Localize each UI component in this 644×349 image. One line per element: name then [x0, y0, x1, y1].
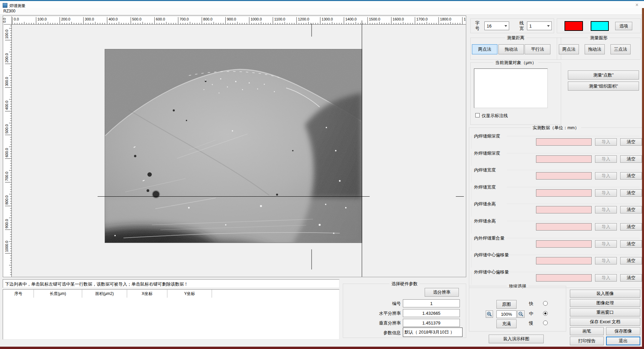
- circle-three-point-button[interactable]: 三点法: [610, 44, 631, 54]
- measured-value-input[interactable]: [536, 240, 592, 248]
- clear-button[interactable]: 清空: [620, 240, 642, 248]
- measurement-canvas[interactable]: 0.0 0.0100.0200.0300.0400.0500.0600.0700…: [3, 15, 466, 277]
- measured-value-input[interactable]: [536, 223, 592, 231]
- import-button[interactable]: 导入: [595, 155, 617, 163]
- measured-value-input[interactable]: [536, 189, 592, 197]
- hw-label-hres: 水平分辨率: [343, 310, 401, 316]
- hardware-group-title: 选择硬件参数: [389, 281, 420, 287]
- line-width-label: 线宽: [519, 20, 524, 31]
- measured-value-input[interactable]: [536, 274, 592, 282]
- import-button[interactable]: 导入: [595, 138, 617, 146]
- measured-row-label: 外焊缝余高: [474, 218, 496, 224]
- pen-button[interactable]: 画笔: [570, 327, 604, 335]
- clear-button[interactable]: 清空: [620, 223, 642, 231]
- measured-data-title: 实测数据（单位：mm）: [531, 125, 581, 131]
- measured-value-input[interactable]: [536, 257, 592, 264]
- import-button[interactable]: 导入: [595, 240, 617, 248]
- clear-button[interactable]: 清空: [620, 138, 642, 146]
- measured-row: 外焊缝中心偏移量导入清空: [469, 269, 642, 286]
- column-header-4[interactable]: Y坐标: [167, 290, 212, 298]
- save-image-button[interactable]: 保存图像: [606, 327, 640, 335]
- measured-value-input[interactable]: [536, 155, 592, 163]
- clear-button[interactable]: 清空: [620, 172, 642, 180]
- hw-label-vres: 垂直分辨率: [343, 320, 401, 326]
- zoom-in-button[interactable]: [486, 310, 493, 318]
- speed-radio[interactable]: [543, 301, 548, 306]
- hardware-group: 选择硬件参数 选分辨率 编号 1 水平分辨率 1.432665 垂直分辨率 1.…: [343, 284, 466, 338]
- measure-circle-title: 测量圆形: [588, 35, 609, 41]
- measure-distance-group: 测量距离 两点法 拖动法 平行法: [470, 38, 561, 60]
- column-header-2[interactable]: 面积(μm2): [82, 290, 127, 298]
- import-button[interactable]: 导入: [595, 172, 617, 180]
- measure-area-button[interactable]: 测量“组织面积”: [568, 82, 639, 91]
- original-size-button[interactable]: 原图: [496, 300, 517, 309]
- ruler-label: 700.0: [5, 172, 9, 181]
- measured-row-label: 内焊缝余高: [474, 201, 496, 207]
- hw-field-vres[interactable]: 1.451379: [403, 319, 460, 327]
- import-button[interactable]: 导入: [595, 274, 617, 282]
- hint-box: 下边列表中，单击鼠标左键可选中某一行数据，该数据可被导入；单击鼠标右键可删除该数…: [3, 279, 339, 288]
- measured-value-input[interactable]: [536, 172, 592, 180]
- app-icon: [3, 3, 7, 8]
- measure-distance-title: 测量距离: [505, 35, 527, 41]
- ruler-label: 800.0: [5, 195, 9, 205]
- current-object-group: 当前测量对象（μm） 仅显示标注线: [470, 62, 561, 125]
- options-button[interactable]: 选项: [615, 22, 632, 30]
- speed-radio[interactable]: [543, 311, 548, 316]
- load-image-button[interactable]: 装入图像: [570, 290, 640, 298]
- clear-button[interactable]: 清空: [620, 206, 642, 213]
- print-report-button[interactable]: 打印报告: [570, 337, 604, 345]
- close-icon[interactable]: ×: [633, 2, 641, 8]
- circle-drag-button[interactable]: 拖动法: [585, 44, 605, 54]
- zoom-percent-field[interactable]: 100%: [496, 310, 517, 318]
- clear-button[interactable]: 清空: [620, 257, 642, 264]
- zoom-out-button[interactable]: [517, 310, 525, 318]
- process-image-button[interactable]: 图像处理: [570, 299, 640, 307]
- column-header-3[interactable]: X坐标: [127, 290, 167, 298]
- import-button[interactable]: 导入: [595, 189, 617, 197]
- font-size-select[interactable]: 16: [484, 21, 509, 30]
- measured-value-input[interactable]: [536, 206, 592, 213]
- weld-image-graphic: [105, 49, 362, 243]
- redraw-window-button[interactable]: 重画窗口: [570, 308, 640, 316]
- circle-two-point-button[interactable]: 两点法: [559, 44, 579, 54]
- fit-button[interactable]: 充满: [496, 319, 517, 328]
- speed-radio[interactable]: [543, 320, 548, 325]
- save-excel-button[interactable]: 保存 Excel 文档: [570, 318, 640, 326]
- exit-button[interactable]: 退出: [606, 337, 640, 345]
- clear-button[interactable]: 清空: [620, 155, 642, 163]
- measured-row-label: 内外焊缝重合量: [474, 235, 504, 241]
- distance-drag-button[interactable]: 拖动法: [498, 44, 524, 54]
- import-button[interactable]: 导入: [595, 223, 617, 231]
- column-header-0[interactable]: 序号: [3, 290, 34, 298]
- hw-field-id[interactable]: 1: [403, 299, 460, 307]
- import-button[interactable]: 导入: [595, 257, 617, 264]
- weld-measure-window: 焊缝测量 × RZ300 0.0 0.0100.0200.0300.0400.0…: [0, 0, 644, 349]
- secondary-color-swatch[interactable]: [591, 21, 609, 31]
- ruler-label: 1900.0: [464, 17, 466, 21]
- ruler-label: 900.0: [227, 17, 236, 21]
- show-annotation-checkbox[interactable]: [475, 113, 480, 117]
- primary-color-swatch[interactable]: [565, 21, 583, 31]
- measure-points-button[interactable]: 测量“点数”: [568, 70, 639, 80]
- hw-field-info[interactable]: 默认（ 2018年3月10日 ）: [403, 328, 463, 337]
- hw-field-hres[interactable]: 1.432665: [403, 309, 460, 317]
- results-table[interactable]: 序号长度(μm)面积(μm2)X坐标Y坐标: [3, 289, 339, 340]
- weld-image[interactable]: [105, 49, 362, 243]
- hw-label-info: 参数信息: [343, 330, 401, 336]
- current-object-listbox[interactable]: [474, 68, 548, 108]
- ruler-label: 600.0: [156, 17, 165, 21]
- measured-value-input[interactable]: [536, 138, 592, 146]
- measured-row: 内外焊缝重合量导入清空: [469, 235, 642, 252]
- distance-two-point-button[interactable]: 两点法: [472, 44, 497, 54]
- column-header-1[interactable]: 长度(μm): [34, 290, 82, 298]
- distance-parallel-button[interactable]: 平行法: [525, 44, 550, 54]
- clear-button[interactable]: 清空: [620, 274, 642, 282]
- line-width-select[interactable]: 1: [527, 21, 552, 30]
- menu-item-rz300[interactable]: RZ300: [3, 9, 15, 13]
- import-button[interactable]: 导入: [595, 206, 617, 213]
- ruler-label: 100.0: [5, 30, 9, 39]
- clear-button[interactable]: 清空: [620, 189, 642, 197]
- load-demo-button[interactable]: 装入演示样图: [489, 335, 544, 343]
- select-resolution-button[interactable]: 选分辨率: [425, 288, 459, 297]
